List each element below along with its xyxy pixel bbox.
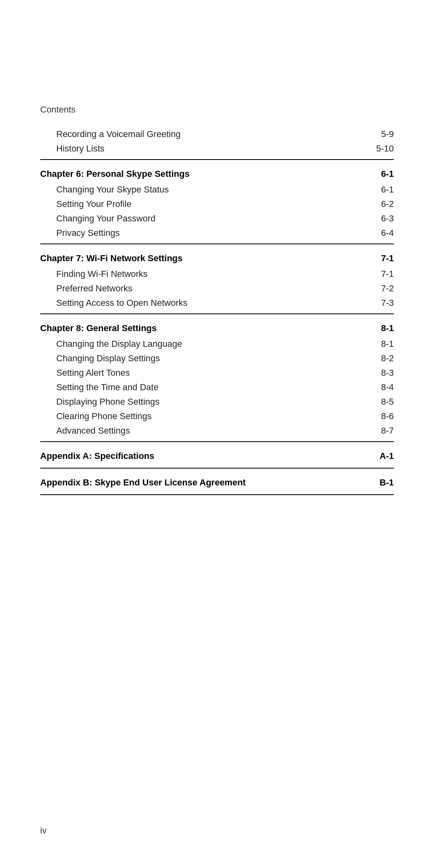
section-chapter6: Chapter 6: Personal Skype Settings 6-1 C… <box>40 163 394 240</box>
list-item: Setting Your Profile 6-2 <box>40 197 394 211</box>
divider <box>40 313 394 314</box>
list-item: Displaying Phone Settings 8-5 <box>40 395 394 409</box>
section-chapter8: Chapter 8: General Settings 8-1 Changing… <box>40 317 394 438</box>
entry-title: Changing Your Password <box>56 213 362 224</box>
contents-label: Contents <box>40 104 394 115</box>
entry-page: 6-4 <box>362 228 394 238</box>
chapter-title: Chapter 6: Personal Skype Settings <box>40 169 362 179</box>
entry-page: 8-2 <box>362 353 394 364</box>
entry-title: Changing Your Skype Status <box>56 184 362 195</box>
entry-title: Advanced Settings <box>56 426 362 436</box>
list-item: Advanced Settings 8-7 <box>40 424 394 438</box>
entry-page: 6-1 <box>362 184 394 195</box>
entry-title: Recording a Voicemail Greeting <box>56 129 362 139</box>
entry-title: Setting the Time and Date <box>56 382 362 393</box>
page-number: iv <box>40 825 47 836</box>
entry-title: Finding Wi-Fi Networks <box>56 269 362 279</box>
section-appendix-a: Appendix A: Specifications A-1 <box>40 445 394 465</box>
appendix-title: Appendix B: Skype End User License Agree… <box>40 477 362 488</box>
chapter-page: 7-1 <box>362 253 394 264</box>
appendix-heading: Appendix A: Specifications A-1 <box>40 445 394 465</box>
chapter-page: 8-1 <box>362 323 394 334</box>
entry-title: Displaying Phone Settings <box>56 397 362 407</box>
list-item: History Lists 5-10 <box>40 141 394 156</box>
entry-page: 7-1 <box>362 269 394 279</box>
appendix-title: Appendix A: Specifications <box>40 451 362 461</box>
list-item: Changing Your Skype Status 6-1 <box>40 182 394 197</box>
entry-title: Preferred Networks <box>56 283 362 294</box>
list-item: Privacy Settings 6-4 <box>40 226 394 240</box>
list-item: Setting Alert Tones 8-3 <box>40 366 394 380</box>
entry-title: Setting Your Profile <box>56 199 362 209</box>
list-item: Recording a Voicemail Greeting 5-9 <box>40 127 394 141</box>
entry-page: 8-5 <box>362 397 394 407</box>
divider <box>40 244 394 244</box>
entry-page: 8-7 <box>362 426 394 436</box>
entry-page: 7-2 <box>362 283 394 294</box>
list-item: Setting the Time and Date 8-4 <box>40 380 394 395</box>
list-item: Changing Your Password 6-3 <box>40 211 394 226</box>
chapter-heading: Chapter 6: Personal Skype Settings 6-1 <box>40 163 394 182</box>
entry-title: History Lists <box>56 143 362 154</box>
entry-page: 5-10 <box>362 143 394 154</box>
entry-page: 8-3 <box>362 368 394 378</box>
divider <box>40 494 394 495</box>
entry-page: 5-9 <box>362 129 394 139</box>
section-chapter7: Chapter 7: Wi-Fi Network Settings 7-1 Fi… <box>40 248 394 310</box>
appendix-page: B-1 <box>362 477 394 488</box>
list-item: Setting Access to Open Networks 7-3 <box>40 296 394 310</box>
list-item: Changing Display Settings 8-2 <box>40 351 394 366</box>
divider <box>40 441 394 442</box>
entry-title: Setting Alert Tones <box>56 368 362 378</box>
entry-page: 6-3 <box>362 213 394 224</box>
divider <box>40 468 394 469</box>
entry-title: Changing the Display Language <box>56 339 362 349</box>
entry-title: Changing Display Settings <box>56 353 362 364</box>
section-intro: Recording a Voicemail Greeting 5-9 Histo… <box>40 127 394 156</box>
divider <box>40 159 394 160</box>
chapter-title: Chapter 8: General Settings <box>40 323 362 334</box>
entry-page: 7-3 <box>362 298 394 308</box>
section-appendix-b: Appendix B: Skype End User License Agree… <box>40 472 394 491</box>
list-item: Finding Wi-Fi Networks 7-1 <box>40 267 394 281</box>
chapter-title: Chapter 7: Wi-Fi Network Settings <box>40 253 362 264</box>
list-item: Changing the Display Language 8-1 <box>40 337 394 351</box>
entry-page: 8-1 <box>362 339 394 349</box>
page: Contents Recording a Voicemail Greeting … <box>0 0 434 868</box>
entry-title: Privacy Settings <box>56 228 362 238</box>
chapter-heading: Chapter 8: General Settings 8-1 <box>40 317 394 337</box>
chapter-heading: Chapter 7: Wi-Fi Network Settings 7-1 <box>40 248 394 267</box>
entry-page: 6-2 <box>362 199 394 209</box>
chapter-page: 6-1 <box>362 169 394 179</box>
appendix-heading: Appendix B: Skype End User License Agree… <box>40 472 394 491</box>
entry-page: 8-4 <box>362 382 394 393</box>
entry-title: Setting Access to Open Networks <box>56 298 362 308</box>
appendix-page: A-1 <box>362 451 394 461</box>
entry-page: 8-6 <box>362 411 394 422</box>
list-item: Clearing Phone Settings 8-6 <box>40 409 394 424</box>
list-item: Preferred Networks 7-2 <box>40 281 394 296</box>
entry-title: Clearing Phone Settings <box>56 411 362 422</box>
